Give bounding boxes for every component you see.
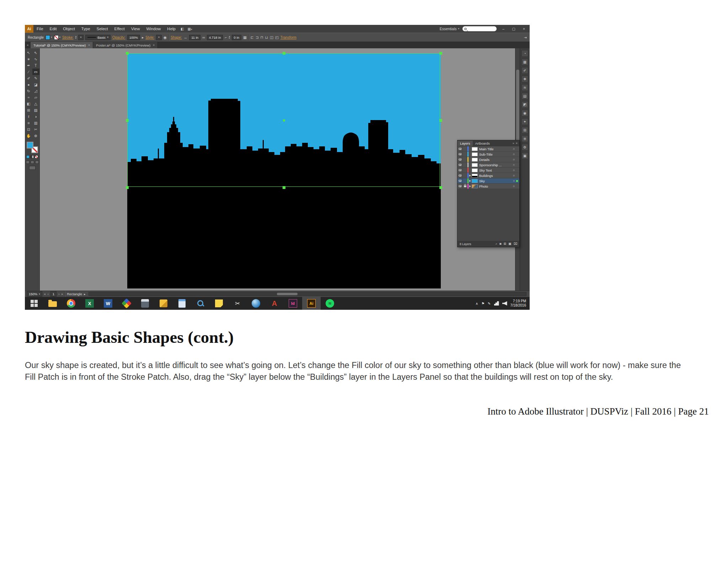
- arrange-documents-icon[interactable]: ▦▾: [187, 27, 192, 31]
- new-sublayer-icon[interactable]: ⊞: [504, 242, 507, 246]
- layer-thumbnail[interactable]: [472, 168, 478, 172]
- selection-handle[interactable]: [283, 52, 285, 55]
- lock-toggle[interactable]: [463, 178, 467, 183]
- selection-tool[interactable]: ↖: [25, 49, 32, 56]
- menu-help[interactable]: Help: [164, 27, 179, 31]
- color-mode-button[interactable]: [26, 155, 30, 158]
- dock-control-bar-icon[interactable]: ⇥: [524, 36, 527, 39]
- lock-toggle[interactable]: [463, 157, 467, 162]
- opacity-popup-icon[interactable]: ▸: [142, 35, 144, 39]
- layer-row-sky[interactable]: ▶ Sky ○: [457, 178, 519, 184]
- tab-artboards[interactable]: Artboards: [473, 141, 492, 146]
- layer-row-sky-text[interactable]: Sky Text ○: [457, 168, 519, 173]
- scale-tool[interactable]: ◿: [32, 88, 39, 94]
- dock-appearance-panel-icon[interactable]: ◉: [521, 110, 528, 117]
- artboard-number-field[interactable]: 1: [50, 291, 57, 297]
- gradient-mode-button[interactable]: [31, 155, 34, 158]
- selection-center-point[interactable]: [283, 119, 285, 121]
- new-layer-icon[interactable]: ▣: [508, 242, 512, 246]
- artwork[interactable]: [127, 53, 441, 288]
- target-icon[interactable]: ○: [512, 184, 516, 188]
- taskbar-autodesk[interactable]: A: [265, 297, 284, 310]
- visibility-toggle[interactable]: [457, 178, 463, 183]
- menu-type[interactable]: Type: [78, 27, 93, 31]
- layer-row-main-title[interactable]: Main Title ○: [457, 146, 519, 152]
- gradient-tool[interactable]: ▨: [32, 107, 39, 113]
- taskbar-file-explorer[interactable]: [43, 297, 62, 310]
- selection-handle[interactable]: [126, 119, 129, 122]
- layer-thumbnail[interactable]: [472, 174, 478, 178]
- dock-transparency-panel-icon[interactable]: ◩: [521, 101, 528, 108]
- hand-tool[interactable]: ✋: [25, 133, 32, 139]
- document-tab-poster[interactable]: Poster.ai* @ 150% (CMYK/Preview) ×: [93, 42, 158, 48]
- taskbar-excel[interactable]: X: [80, 297, 99, 310]
- stroke-weight-stepper[interactable]: ▾▾: [75, 36, 76, 39]
- zoom-tool[interactable]: ⊕: [32, 133, 39, 139]
- menu-window[interactable]: Window: [143, 27, 164, 31]
- layer-row-buildings[interactable]: ▶ Buildings ○: [457, 173, 519, 178]
- bridge-icon[interactable]: ◧: [181, 27, 184, 31]
- selection-handle[interactable]: [283, 186, 285, 189]
- lock-toggle[interactable]: [463, 168, 467, 173]
- pencil-tool[interactable]: ✎: [32, 75, 39, 81]
- close-tab-icon[interactable]: ×: [153, 43, 155, 47]
- visibility-toggle[interactable]: [457, 152, 463, 157]
- selection-handle[interactable]: [439, 186, 442, 189]
- taskbar-sticky-notes[interactable]: [210, 297, 228, 310]
- action-center-icon[interactable]: ⚑: [481, 302, 485, 306]
- minimize-button[interactable]: –: [500, 27, 507, 31]
- artboard-tool[interactable]: ⊡: [25, 126, 32, 133]
- align-top-icon[interactable]: ⊓: [260, 35, 263, 39]
- layer-row-details[interactable]: Details ○: [457, 157, 519, 162]
- align-right-icon[interactable]: ⊐: [256, 35, 259, 39]
- layer-row-sponsorship[interactable]: Sponsorship ... ○: [457, 162, 519, 168]
- visibility-toggle[interactable]: [457, 173, 463, 178]
- pen-tool[interactable]: ✒: [25, 62, 32, 69]
- network-icon[interactable]: [494, 301, 499, 306]
- restore-button[interactable]: ▢: [510, 27, 517, 31]
- last-artboard-button[interactable]: »: [61, 292, 63, 296]
- corner-radius-stepper[interactable]: ▾▾: [229, 36, 230, 39]
- delete-layer-icon[interactable]: ⌧: [514, 242, 517, 246]
- search-input[interactable]: [468, 27, 494, 31]
- dock-brushes-panel-icon[interactable]: ✐: [521, 67, 528, 74]
- visibility-toggle[interactable]: [457, 184, 463, 189]
- taskbar-calculator[interactable]: [136, 297, 154, 310]
- taskbar-browser[interactable]: [247, 297, 265, 310]
- layer-name[interactable]: Sponsorship ...: [479, 163, 512, 167]
- pen-settings-icon[interactable]: ✎: [488, 302, 491, 306]
- brush-select[interactable]: Basic▾: [85, 35, 111, 40]
- expand-icon[interactable]: ▶: [469, 179, 472, 182]
- stroke-swatch[interactable]: ▾: [54, 35, 61, 40]
- blob-brush-tool[interactable]: ●: [25, 81, 32, 88]
- locate-object-icon[interactable]: ⌕: [496, 242, 497, 246]
- close-button[interactable]: ×: [520, 27, 528, 31]
- eraser-tool[interactable]: ◪: [32, 81, 39, 88]
- dock-gradient-panel-icon[interactable]: ▤: [521, 93, 528, 99]
- dock-swatches-panel-icon[interactable]: ▦: [521, 59, 528, 65]
- tab-layers[interactable]: Layers: [457, 141, 473, 146]
- layer-thumbnail[interactable]: [472, 163, 478, 167]
- opacity-link[interactable]: Opacity:: [112, 36, 125, 39]
- shape-builder-tool[interactable]: ◧: [25, 101, 32, 107]
- align-left-icon[interactable]: ⊏: [251, 35, 254, 39]
- layer-thumbnail[interactable]: [472, 179, 478, 183]
- menu-object[interactable]: Object: [60, 27, 78, 31]
- taskbar-word[interactable]: W: [99, 297, 117, 310]
- layer-thumbnail[interactable]: [472, 158, 478, 162]
- horizontal-scrollbar-thumb[interactable]: [277, 293, 298, 295]
- line-tool[interactable]: ∕: [25, 69, 32, 75]
- lock-toggle[interactable]: [463, 152, 467, 157]
- style-link[interactable]: Style:: [145, 36, 154, 39]
- collapse-panel-icon[interactable]: »: [513, 142, 514, 145]
- dock-stroke-panel-icon[interactable]: ≋: [521, 84, 528, 91]
- dock-symbols-panel-icon[interactable]: ❖: [521, 76, 528, 82]
- symbol-sprayer-tool[interactable]: ¤: [25, 120, 32, 126]
- layer-name[interactable]: Sub-Title: [479, 152, 512, 156]
- stroke-link[interactable]: Stroke:: [62, 36, 74, 39]
- dock-layers-panel-icon[interactable]: ≣: [521, 135, 528, 142]
- visibility-toggle[interactable]: [457, 157, 463, 162]
- target-icon[interactable]: ○: [512, 168, 516, 172]
- target-icon[interactable]: ○: [512, 179, 516, 183]
- taskbar-app-blue[interactable]: [173, 297, 191, 310]
